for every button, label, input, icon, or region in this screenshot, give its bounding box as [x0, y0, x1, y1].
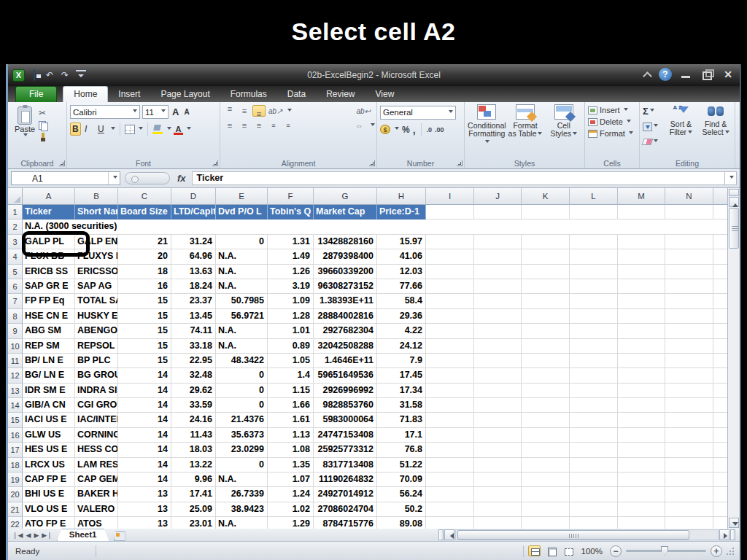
cell-C17[interactable]: 14	[118, 443, 171, 457]
row-header-14[interactable]: 14	[8, 398, 23, 413]
cell-empty[interactable]	[665, 384, 713, 398]
horizontal-split-handle[interactable]	[438, 529, 444, 540]
cell-C10[interactable]: 15	[118, 339, 171, 354]
cell-G4[interactable]: 2879398400	[314, 249, 377, 264]
cell-A11[interactable]: BP/ LN E	[23, 354, 75, 368]
cell-empty[interactable]	[426, 368, 474, 383]
cell-empty[interactable]	[665, 235, 713, 249]
cell-H15[interactable]: 71.83	[377, 413, 426, 427]
cell-G9[interactable]: 2927682304	[314, 324, 377, 338]
format-as-table-button[interactable]: Format as Table	[506, 104, 545, 157]
row-header-19[interactable]: 19	[8, 472, 23, 487]
fill-color-dropdown-icon[interactable]	[167, 127, 171, 132]
find-select-button[interactable]: Find & Select	[698, 104, 733, 157]
cell-F20[interactable]: 1.24	[268, 487, 314, 502]
cell-A20[interactable]: BHI US E	[23, 487, 75, 502]
cell-empty[interactable]	[570, 235, 618, 249]
cell-B16[interactable]: CORNING	[75, 428, 118, 443]
cell-empty[interactable]	[665, 309, 713, 324]
header-cell-tobin-s-q[interactable]: Tobin's Q	[268, 205, 314, 219]
row-header-12[interactable]: 12	[8, 368, 23, 383]
cell-H4[interactable]: 41.06	[377, 249, 426, 264]
cell-empty[interactable]	[474, 265, 522, 279]
cell-empty[interactable]	[570, 294, 618, 308]
cell-E18[interactable]: 0	[216, 458, 268, 472]
sort-filter-button[interactable]: A Z Sort & Filter	[664, 104, 699, 157]
row-header-5[interactable]: 5	[8, 265, 23, 279]
cell-A21[interactable]: VLO US E	[23, 502, 75, 517]
number-dialog-launcher[interactable]	[457, 160, 462, 166]
orientation-button[interactable]: ab↗	[267, 106, 285, 116]
cell-H10[interactable]: 24.12	[377, 339, 426, 354]
cell-empty[interactable]	[618, 472, 665, 487]
cell-A18[interactable]: LRCX US	[23, 458, 75, 472]
header-cell-short-nam[interactable]: Short Nam	[75, 205, 118, 219]
cell-empty[interactable]	[665, 339, 713, 354]
cell-C3[interactable]: 21	[118, 235, 171, 249]
decrease-decimal-button[interactable]: .00	[435, 127, 444, 133]
cell-D16[interactable]: 11.43	[171, 428, 216, 443]
cell-D17[interactable]: 18.03	[171, 443, 216, 457]
cell-empty[interactable]	[570, 309, 618, 324]
cell-G18[interactable]: 8317713408	[314, 458, 377, 472]
cell-G15[interactable]: 5983000064	[314, 413, 377, 427]
cell-A19[interactable]: CAP FP E	[23, 472, 75, 487]
horizontal-scroll-track[interactable]	[455, 529, 719, 540]
cell-E21[interactable]: 38.9423	[216, 502, 268, 517]
cell-D13[interactable]: 29.62	[171, 384, 216, 398]
cell-empty[interactable]	[474, 354, 522, 368]
cell-empty[interactable]	[665, 428, 713, 443]
cell-empty[interactable]	[426, 265, 474, 279]
cell-E16[interactable]: 35.6373	[216, 428, 268, 443]
cell-empty[interactable]	[618, 205, 665, 219]
cell-empty[interactable]	[426, 235, 474, 249]
cell-D20[interactable]: 17.41	[171, 487, 216, 502]
cell-empty[interactable]	[426, 249, 474, 264]
cell-empty[interactable]	[570, 339, 618, 354]
cell-C21[interactable]: 13	[118, 502, 171, 517]
cell-empty[interactable]	[618, 502, 665, 517]
cell-empty[interactable]	[570, 428, 618, 443]
select-all-button[interactable]	[8, 188, 23, 205]
column-header-D[interactable]: D	[171, 188, 216, 205]
cell-D12[interactable]: 32.48	[171, 368, 216, 383]
cell-F14[interactable]: 1.66	[268, 398, 314, 413]
tab-formulas[interactable]: Formulas	[220, 87, 277, 102]
cell-G13[interactable]: 2926996992	[314, 384, 377, 398]
cell-empty[interactable]	[426, 487, 474, 502]
cell-empty[interactable]	[570, 368, 618, 383]
row-header-7[interactable]: 7	[8, 294, 23, 308]
cell-H14[interactable]: 31.58	[377, 398, 426, 413]
qat-customize-button[interactable]	[76, 70, 86, 80]
horizontal-scroll-thumb[interactable]	[457, 530, 689, 540]
cell-empty[interactable]	[665, 398, 713, 413]
cell-F3[interactable]: 1.31	[268, 235, 314, 249]
cell-C22[interactable]: 13	[118, 517, 171, 529]
horizontal-split-handle-2[interactable]	[730, 529, 735, 540]
cell-C16[interactable]: 14	[118, 428, 171, 443]
alignment-dialog-launcher[interactable]	[369, 160, 375, 166]
cell-F9[interactable]: 1.01	[268, 324, 314, 338]
cell-B13[interactable]: INDRA SIS	[75, 384, 118, 398]
cell-H5[interactable]: 12.03	[377, 265, 426, 279]
cell-D7[interactable]: 23.37	[171, 294, 216, 308]
cell-empty[interactable]	[570, 384, 618, 398]
cell-empty[interactable]	[618, 368, 665, 383]
cell-C8[interactable]: 15	[118, 309, 171, 324]
cell-empty[interactable]	[618, 265, 665, 279]
cell-empty[interactable]	[618, 458, 665, 472]
header-cell-board-size[interactable]: Board Size	[118, 205, 171, 219]
undo-button[interactable]: ↶	[44, 69, 55, 81]
wrap-text-button[interactable]: ab↩	[355, 106, 372, 116]
cell-empty[interactable]	[426, 472, 474, 487]
cell-G10[interactable]: 32042508288	[314, 339, 377, 354]
row-header-22[interactable]: 22	[8, 517, 23, 529]
cell-D22[interactable]: 23.01	[171, 517, 216, 529]
header-cell-market-cap[interactable]: Market Cap	[314, 205, 377, 219]
cell-empty[interactable]	[570, 324, 618, 338]
cell-empty[interactable]	[522, 458, 570, 472]
cell-F5[interactable]: 1.26	[268, 265, 314, 279]
cell-empty[interactable]	[474, 279, 522, 294]
cell-F17[interactable]: 1.08	[268, 443, 314, 457]
cell-empty[interactable]	[665, 265, 713, 279]
